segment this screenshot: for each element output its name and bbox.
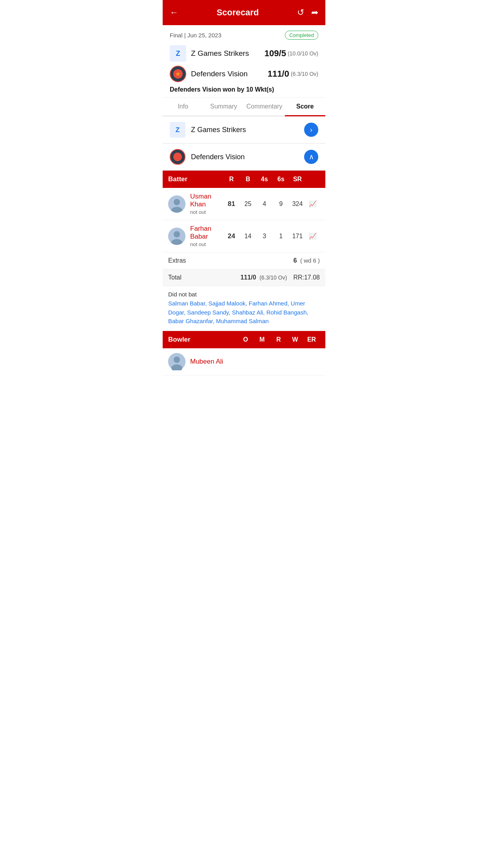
header-actions: ↺ ➦ xyxy=(297,7,318,18)
team1-expand-button[interactable]: › xyxy=(304,123,318,137)
batter2-name: Farhan Babar xyxy=(190,225,223,241)
team1-logo: Z xyxy=(170,45,186,62)
th-m: M xyxy=(254,336,270,343)
batter2-6s: 1 xyxy=(273,233,289,240)
team1-name: Z Games Strikers xyxy=(191,49,264,58)
th-w: W xyxy=(287,336,303,343)
batter1-avatar xyxy=(168,195,185,213)
batter2-avatar xyxy=(168,228,185,245)
bowling-table-header: Bowler O M R W ER xyxy=(163,331,325,348)
total-rr: RR:17.08 xyxy=(293,274,320,281)
tab-summary[interactable]: Summary xyxy=(204,97,244,116)
team2-row: Defenders Vision 111/0 (6.3/10 Ov) xyxy=(170,66,318,82)
batter1-b: 25 xyxy=(240,200,256,208)
batter2-r: 24 xyxy=(223,232,240,240)
tabs: Info Summary Commentary Score xyxy=(163,97,325,116)
batter2-b: 14 xyxy=(240,233,256,240)
team1-section-name: Z Games Strikers xyxy=(191,126,304,134)
refresh-button[interactable]: ↺ xyxy=(297,7,304,18)
th-er: ER xyxy=(303,336,320,343)
svg-text:Z: Z xyxy=(176,126,180,134)
team2-collapse-button[interactable]: ∧ xyxy=(304,150,318,164)
svg-point-10 xyxy=(174,199,180,205)
team2-score: 111/0 xyxy=(268,69,289,79)
bowler-row: Mubeen Ali xyxy=(163,348,325,375)
batter1-4s: 4 xyxy=(256,200,273,208)
svg-point-13 xyxy=(174,231,180,237)
header: ← Scorecard ↺ ➦ xyxy=(163,0,325,25)
match-result: Defenders Vision won by 10 Wkt(s) xyxy=(170,86,318,93)
match-date: Final | Jun 25, 2023 xyxy=(170,32,221,39)
th-sr: SR xyxy=(289,176,306,183)
batter1-sr: 324 xyxy=(289,200,306,208)
extras-value: 6 ( wd 6 ) xyxy=(294,257,320,264)
svg-point-16 xyxy=(174,357,180,363)
total-score: 111/0 (6.3/10 Ov) xyxy=(240,274,287,281)
team1-section[interactable]: Z Z Games Strikers › xyxy=(163,116,325,143)
batter1-r: 81 xyxy=(223,200,240,208)
tab-info[interactable]: Info xyxy=(163,97,204,116)
extras-label: Extras xyxy=(168,257,294,264)
dnb-label: Did not bat xyxy=(168,291,320,298)
batter1-info: Usman Khan not out xyxy=(190,193,223,215)
batter-row: Farhan Babar not out 24 14 3 1 171 📈 xyxy=(163,220,325,252)
batter2-trend-icon[interactable]: 📈 xyxy=(306,232,320,240)
match-info: Final | Jun 25, 2023 Completed Z Z Games… xyxy=(163,25,325,97)
team2-section-logo xyxy=(170,149,185,165)
team2-section[interactable]: Defenders Vision ∧ xyxy=(163,143,325,171)
page-title: Scorecard xyxy=(216,7,259,18)
team2-logo xyxy=(170,66,186,82)
th-o: O xyxy=(237,336,254,343)
svg-point-8 xyxy=(173,153,182,161)
batter2-sr: 171 xyxy=(289,233,306,240)
bowler1-name: Mubeen Ali xyxy=(190,358,320,366)
batter2-4s: 3 xyxy=(256,233,273,240)
th-6s: 6s xyxy=(273,176,289,183)
extras-row: Extras 6 ( wd 6 ) xyxy=(163,252,325,269)
th-bowling-r: R xyxy=(270,336,287,343)
th-bowler: Bowler xyxy=(168,336,237,344)
share-button[interactable]: ➦ xyxy=(311,7,318,18)
bowler1-avatar xyxy=(168,353,185,370)
team1-row: Z Z Games Strikers 109/5 (10.0/10 Ov) xyxy=(170,45,318,62)
tab-commentary[interactable]: Commentary xyxy=(244,97,285,116)
team1-overs: (10.0/10 Ov) xyxy=(288,50,318,57)
batter2-info: Farhan Babar not out xyxy=(190,225,223,247)
dnb-section: Did not bat Salman Babar, Sajjad Malook,… xyxy=(163,286,325,331)
th-4s: 4s xyxy=(256,176,273,183)
status-badge: Completed xyxy=(285,31,318,40)
th-batter: Batter xyxy=(168,175,223,183)
batter1-name: Usman Khan xyxy=(190,193,223,208)
batter2-status: not out xyxy=(190,241,223,247)
svg-text:Z: Z xyxy=(176,50,180,57)
batter-row: Usman Khan not out 81 25 4 9 324 📈 xyxy=(163,188,325,220)
batter1-6s: 9 xyxy=(273,200,289,208)
match-meta: Final | Jun 25, 2023 Completed xyxy=(170,31,318,40)
team1-section-logo: Z xyxy=(170,122,185,138)
batter1-status: not out xyxy=(190,209,223,215)
team1-score: 109/5 xyxy=(264,48,286,59)
back-button[interactable]: ← xyxy=(170,7,178,18)
tab-score[interactable]: Score xyxy=(285,97,326,116)
batter1-trend-icon[interactable]: 📈 xyxy=(306,200,320,208)
total-row: Total 111/0 (6.3/10 Ov) RR:17.08 xyxy=(163,269,325,286)
dnb-players: Salman Babar, Sajjad Malook, Farhan Ahme… xyxy=(168,299,320,326)
team2-name: Defenders Vision xyxy=(191,70,268,78)
th-b: B xyxy=(240,176,256,183)
batting-table-header: Batter R B 4s 6s SR xyxy=(163,171,325,188)
team2-section-name: Defenders Vision xyxy=(191,153,304,161)
team2-overs: (6.3/10 Ov) xyxy=(291,71,318,77)
total-label: Total xyxy=(168,274,240,281)
th-r: R xyxy=(223,176,240,183)
